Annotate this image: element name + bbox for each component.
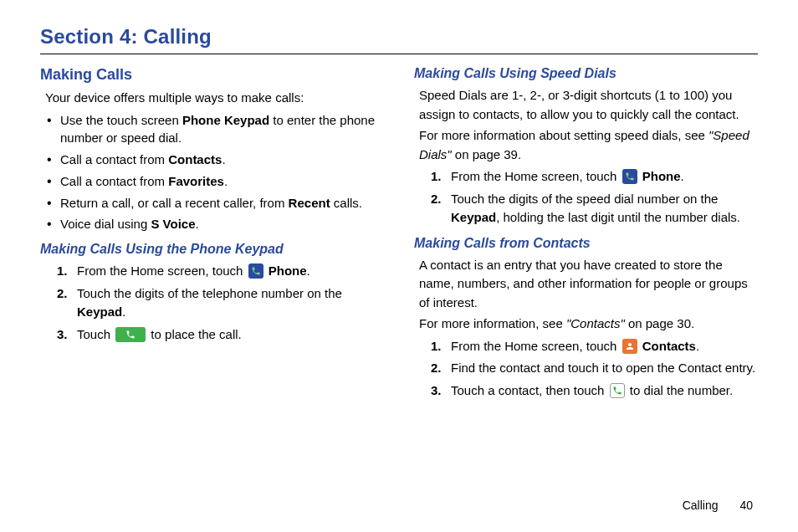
- heading-from-contacts: Making Calls from Contacts: [414, 236, 758, 251]
- bold-text: Recent: [289, 196, 330, 210]
- intro-text: Your device offers multiple ways to make…: [45, 89, 384, 108]
- text: calls.: [330, 196, 362, 210]
- page-footer: Calling 40: [683, 499, 753, 512]
- text: Use the touch screen: [60, 113, 182, 127]
- text: .: [307, 263, 310, 278]
- text: For more information about setting speed…: [419, 128, 708, 142]
- bullet-item: Call a contact from Favorites.: [45, 172, 384, 191]
- bold-text: Phone: [265, 263, 307, 278]
- paragraph: Speed Dials are 1-, 2-, or 3-digit short…: [419, 86, 758, 124]
- text: .: [224, 174, 228, 188]
- contacts-app-icon: [622, 339, 637, 354]
- heading-making-calls: Making Calls: [40, 66, 384, 84]
- italic-text: "Contacts": [566, 316, 625, 330]
- text: From the Home screen, touch: [451, 339, 621, 353]
- bold-text: Phone: [639, 169, 681, 183]
- text: .: [696, 339, 699, 353]
- list-item: Find the contact and touch it to open th…: [431, 359, 758, 378]
- text: to dial the number.: [627, 383, 734, 397]
- text: on page 39.: [452, 147, 521, 161]
- numbered-list: From the Home screen, touch Phone. Touch…: [40, 262, 384, 344]
- paragraph: A contact is an entry that you have crea…: [419, 256, 758, 313]
- call-button-icon: [115, 327, 146, 342]
- text: From the Home screen, touch: [77, 263, 247, 278]
- text: Touch the digits of the telephone number…: [77, 286, 342, 300]
- text: .: [196, 217, 199, 231]
- bold-text: Keypad: [77, 304, 122, 319]
- phone-app-icon: [622, 169, 637, 184]
- text: Find the contact and touch it to open th…: [451, 361, 755, 375]
- text: Touch a contact, then touch: [451, 383, 608, 397]
- text: Return a call, or call a recent caller, …: [60, 196, 289, 210]
- text: Call a contact from: [60, 152, 168, 166]
- section-title: Section 4: Calling: [40, 25, 758, 49]
- list-item: Touch to place the call.: [57, 325, 384, 345]
- paragraph: For more information about setting speed…: [419, 126, 758, 164]
- paragraph: For more information, see "Contacts" on …: [419, 315, 758, 334]
- text: For more information, see: [419, 316, 566, 330]
- list-item: From the Home screen, touch Contacts.: [431, 337, 758, 356]
- text: to place the call.: [147, 327, 242, 341]
- phone-app-icon: [248, 263, 263, 279]
- text: , holding the last digit until the numbe…: [496, 210, 740, 224]
- text: Call a contact from: [60, 174, 168, 188]
- dial-icon: [610, 383, 625, 398]
- text: .: [681, 169, 684, 183]
- list-item: Touch the digits of the speed dial numbe…: [431, 190, 758, 228]
- page-number: 40: [739, 499, 753, 512]
- bullet-item: Call a contact from Contacts.: [45, 151, 384, 169]
- list-item: From the Home screen, touch Phone.: [431, 167, 758, 187]
- left-column: Making Calls Your device offers multiple…: [40, 66, 384, 403]
- text: on page 30.: [625, 316, 694, 330]
- list-item: Touch a contact, then touch to dial the …: [431, 381, 758, 401]
- list-item: From the Home screen, touch Phone.: [57, 262, 384, 281]
- bold-text: Keypad: [451, 210, 496, 224]
- bold-text: Phone Keypad: [182, 113, 269, 127]
- content-columns: Making Calls Your device offers multiple…: [40, 66, 758, 403]
- list-item: Touch the digits of the telephone number…: [57, 284, 384, 322]
- bullet-item: Use the touch screen Phone Keypad to ent…: [45, 111, 384, 148]
- bullet-item: Voice dial using S Voice.: [45, 215, 384, 233]
- bold-text: Contacts: [168, 152, 222, 166]
- numbered-list: From the Home screen, touch Contacts. Fi…: [414, 337, 758, 401]
- numbered-list: From the Home screen, touch Phone. Touch…: [414, 167, 758, 228]
- text: Touch the digits of the speed dial numbe…: [451, 192, 718, 206]
- text: Touch: [77, 327, 114, 341]
- bold-text: Favorites: [168, 174, 224, 188]
- title-rule: [40, 54, 758, 54]
- text: From the Home screen, touch: [451, 169, 621, 183]
- right-column: Making Calls Using Speed Dials Speed Dia…: [414, 66, 758, 403]
- bullet-item: Return a call, or call a recent caller, …: [45, 194, 384, 212]
- heading-speed-dials: Making Calls Using Speed Dials: [414, 66, 758, 81]
- text: .: [122, 304, 125, 319]
- bold-text: S Voice: [151, 217, 195, 231]
- text: Voice dial using: [60, 217, 151, 231]
- heading-phone-keypad: Making Calls Using the Phone Keypad: [40, 242, 384, 257]
- footer-label: Calling: [683, 499, 719, 512]
- bold-text: Contacts: [639, 339, 696, 353]
- bullet-list: Use the touch screen Phone Keypad to ent…: [40, 111, 384, 234]
- text: .: [222, 152, 225, 166]
